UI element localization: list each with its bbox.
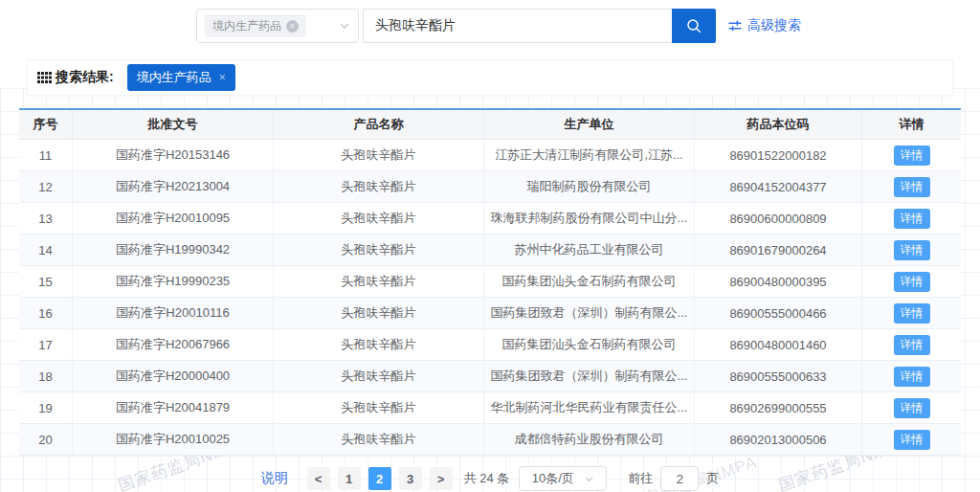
cell-manufacturer: 国药集团汕头金石制药有限公司 [484,329,695,360]
cell-no: 19 [19,392,73,423]
goto-prefix: 前往 [628,470,653,487]
cell-detail: 详情 [862,424,961,455]
column-header-code: 药品本位码 [695,110,862,140]
note-link[interactable]: 说明 [261,470,288,487]
advanced-search-link[interactable]: 高级搜索 [728,9,801,43]
cell-no: 20 [19,424,73,455]
search-bar: 境内生产药品 × 高级搜索 [196,9,801,43]
column-header-product: 产品名称 [274,110,484,140]
cell-approval: 国药准字H19990342 [73,235,274,265]
cell-product: 头孢呋辛酯片 [274,203,484,234]
page-size-select[interactable]: 10条/页 [519,466,607,491]
page-button-3[interactable]: 3 [399,467,422,490]
chevron-down-icon [584,474,594,484]
cell-code: 86900555000633 [695,361,862,391]
cell-product: 头孢呋辛酯片 [274,424,484,455]
detail-button[interactable]: 详情 [894,430,930,450]
cell-manufacturer: 华北制药河北华民药业有限责任公... [484,392,695,423]
detail-button[interactable]: 详情 [894,177,930,197]
detail-button[interactable]: 详情 [894,367,930,387]
cell-product: 头孢呋辛酯片 [274,235,484,265]
results-bar: 搜索结果: 境内生产药品 × [27,59,953,96]
category-select[interactable]: 境内生产药品 × [196,9,359,43]
cell-detail: 详情 [862,361,961,391]
cell-approval: 国药准字H20213004 [73,171,274,202]
cell-approval: 国药准字H20153146 [73,140,274,170]
goto-page: 前往 页 [628,466,719,491]
cell-no: 17 [19,329,73,360]
cell-manufacturer: 珠海联邦制药股份有限公司中山分... [484,203,695,234]
detail-button[interactable]: 详情 [894,335,930,355]
cell-manufacturer: 瑞阳制药股份有限公司 [484,171,695,202]
cell-product: 头孢呋辛酯片 [274,171,484,202]
table-row: 17 国药准字H20067966 头孢呋辛酯片 国药集团汕头金石制药有限公司 8… [19,329,961,361]
cell-manufacturer: 江苏正大清江制药有限公司,江苏... [484,140,695,170]
cell-no: 14 [19,235,73,265]
cell-approval: 国药准字H19990235 [73,266,274,297]
cell-code: 86901522000182 [695,140,862,170]
table-header: 序号 批准文号 产品名称 生产单位 药品本位码 详情 [19,110,961,140]
goto-page-input[interactable] [660,466,699,491]
cell-no: 15 [19,266,73,297]
table-row: 19 国药准字H20041879 头孢呋辛酯片 华北制药河北华民药业有限责任公.… [19,392,961,424]
cell-manufacturer: 苏州中化药品工业有限公司 [484,235,695,265]
cell-code: 86900480000395 [695,266,862,297]
cell-code: 86900555000466 [695,298,862,328]
page-buttons: 123 [334,467,426,490]
detail-button[interactable]: 详情 [894,240,930,260]
page-size-value: 10条/页 [532,470,574,487]
cell-detail: 详情 [862,329,961,360]
search-icon [685,17,702,34]
column-header-no: 序号 [19,110,73,140]
next-page-button[interactable]: > [430,467,453,490]
cell-approval: 国药准字H20010116 [73,298,274,328]
cell-approval: 国药准字H20010095 [73,203,274,234]
page-button-2[interactable]: 2 [368,467,391,490]
cell-approval: 国药准字H20000400 [73,361,274,391]
filter-tag-close-icon[interactable]: × [219,71,226,84]
cell-code: 86902013000506 [695,424,862,455]
results-label: 搜索结果: [37,69,114,86]
cell-approval: 国药准字H20067966 [73,329,274,360]
cell-approval: 国药准字H20041879 [73,392,274,423]
cell-product: 头孢呋辛酯片 [274,392,484,423]
cell-product: 头孢呋辛酯片 [274,329,484,360]
cell-no: 11 [19,140,73,170]
detail-button[interactable]: 详情 [894,145,930,166]
search-button[interactable] [672,9,716,43]
table-row: 16 国药准字H20010116 头孢呋辛酯片 国药集团致君（深圳）制药有限公.… [19,298,961,329]
cell-detail: 详情 [862,235,961,265]
cell-no: 16 [19,298,73,328]
detail-button[interactable]: 详情 [894,398,930,418]
column-header-manufacturer: 生产单位 [484,110,695,140]
search-input[interactable] [363,9,672,43]
cell-code: 86904152004377 [695,171,862,202]
detail-button[interactable]: 详情 [894,303,930,324]
total-count: 共 24 条 [464,470,510,487]
cell-manufacturer: 国药集团致君（深圳）制药有限公... [484,298,695,328]
detail-button[interactable]: 详情 [894,209,930,229]
page-button-1[interactable]: 1 [338,467,361,490]
filter-tag-label: 境内生产药品 [137,69,212,86]
cell-manufacturer: 国药集团汕头金石制药有限公司 [484,266,695,297]
cell-no: 18 [19,361,73,391]
pagination: 说明 < 123 > 共 24 条 10条/页 前往 页 [0,465,980,492]
category-tag: 境内生产药品 × [205,14,306,37]
cell-product: 头孢呋辛酯片 [274,266,484,297]
cell-detail: 详情 [862,392,961,423]
table-row: 13 国药准字H20010095 头孢呋辛酯片 珠海联邦制药股份有限公司中山分.… [19,203,961,235]
table-row: 14 国药准字H19990342 头孢呋辛酯片 苏州中化药品工业有限公司 869… [19,235,961,266]
column-header-approval: 批准文号 [73,110,274,140]
chevron-down-icon [339,20,350,32]
cell-detail: 详情 [862,298,961,328]
cell-code: 86900600000809 [695,203,862,234]
cell-no: 12 [19,171,73,202]
filter-tag[interactable]: 境内生产药品 × [127,64,235,91]
prev-page-button[interactable]: < [307,467,330,490]
tag-close-icon[interactable]: × [286,20,299,33]
advanced-search-label: 高级搜索 [747,17,801,34]
table-row: 12 国药准字H20213004 头孢呋辛酯片 瑞阳制药股份有限公司 86904… [19,171,961,203]
detail-button[interactable]: 详情 [894,272,930,292]
table-row: 15 国药准字H19990235 头孢呋辛酯片 国药集团汕头金石制药有限公司 8… [19,266,961,298]
cell-detail: 详情 [862,266,961,297]
